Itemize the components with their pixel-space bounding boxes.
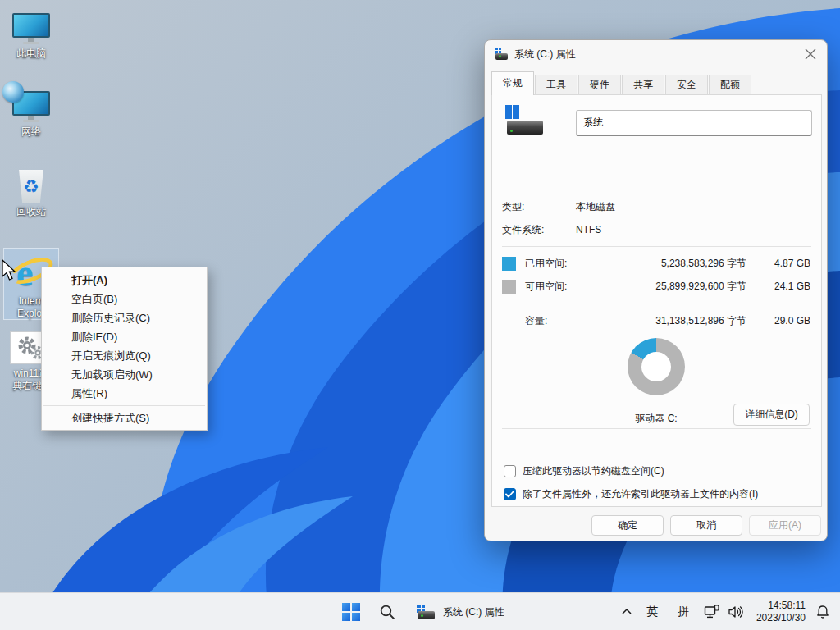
details-button[interactable]: 详细信息(D) <box>733 404 810 426</box>
used-space-bytes: 5,238,583,296 字节 <box>603 257 746 271</box>
tray-clock[interactable]: 14:58:11 2023/10/30 <box>756 593 806 630</box>
used-space-label: 已用空间: <box>525 257 603 271</box>
dialog-buttons: 确定 取消 应用(A) <box>485 515 821 536</box>
tray-volume-button[interactable] <box>724 593 746 630</box>
dialog-titlebar: 系统 (C:) 属性 <box>485 40 827 68</box>
menu-item-blank-page[interactable]: 空白页(B) <box>42 290 207 308</box>
ethernet-icon <box>704 605 720 619</box>
recycle-symbol-icon: ♻ <box>23 176 39 197</box>
volume-name-input[interactable] <box>576 110 812 136</box>
recycle-bin-icon: ♻ <box>0 167 62 206</box>
capacity-bytes: 31,138,512,896 字节 <box>603 314 746 328</box>
menu-item-delete-history[interactable]: 删除历史记录(C) <box>42 308 207 327</box>
start-button[interactable] <box>336 593 366 630</box>
tab-page-general: 类型: 本地磁盘 文件系统: NTFS 已用空间: 5,238,583,296 … <box>491 94 822 507</box>
capacity-size: 29.0 GB <box>746 315 810 326</box>
separator <box>502 246 811 247</box>
type-label: 类型: <box>502 200 576 214</box>
windows-logo-icon <box>342 603 360 621</box>
capacity-label: 容量: <box>525 314 603 328</box>
menu-item-delete-ie[interactable]: 删除IE(D) <box>42 327 207 346</box>
filesystem-value: NTFS <box>576 224 601 235</box>
desktop-icon-recycle-bin[interactable]: ♻ 回收站 <box>0 167 62 218</box>
free-space-swatch <box>502 280 516 294</box>
ie-context-menu: 打开(A) 空白页(B) 删除历史记录(C) 删除IE(D) 开启无痕浏览(Q)… <box>41 267 208 431</box>
cancel-button[interactable]: 取消 <box>670 515 742 536</box>
drive-properties-dialog: 系统 (C:) 属性 常规 工具 硬件 共享 安全 配额 类型: 本地磁盘 文件… <box>484 39 828 541</box>
desktop-icon-label: 此电脑 <box>0 48 62 60</box>
globe-icon <box>2 81 24 103</box>
tray-overflow-button[interactable] <box>615 593 638 630</box>
menu-item-open[interactable]: 打开(A) <box>42 271 207 290</box>
compress-checkbox[interactable] <box>504 465 516 477</box>
desktop-icon-label: 回收站 <box>0 206 62 218</box>
dialog-title: 系统 (C:) 属性 <box>514 48 576 62</box>
filesystem-label: 文件系统: <box>502 223 576 237</box>
taskbar-app-label: 系统 (C:) 属性 <box>443 605 504 619</box>
search-button[interactable] <box>372 593 402 630</box>
index-checkbox[interactable] <box>504 488 516 500</box>
tab-hardware[interactable]: 硬件 <box>578 75 621 95</box>
drive-icon-large <box>505 105 545 138</box>
network-icon <box>0 86 62 126</box>
check-icon <box>505 491 514 498</box>
free-space-bytes: 25,899,929,600 字节 <box>603 280 746 294</box>
apply-button[interactable]: 应用(A) <box>749 515 821 536</box>
index-checkbox-label: 除了文件属性外，还允许索引此驱动器上文件的内容(I) <box>523 487 758 501</box>
used-space-row: 已用空间: 5,238,583,296 字节 4.87 GB <box>502 254 815 272</box>
dialog-tab-strip: 常规 工具 硬件 共享 安全 配额 <box>491 74 752 95</box>
drive-icon <box>495 49 508 60</box>
separator <box>502 189 811 189</box>
bell-icon <box>815 605 830 619</box>
drive-icon <box>417 605 435 619</box>
free-space-size: 24.1 GB <box>746 281 810 292</box>
this-pc-icon <box>0 8 62 48</box>
filesystem-row: 文件系统: NTFS <box>502 221 815 238</box>
index-checkbox-row[interactable]: 除了文件属性外，还允许索引此驱动器上文件的内容(I) <box>504 487 758 501</box>
free-space-row: 可用空间: 25,899,929,600 字节 24.1 GB <box>502 277 815 295</box>
desktop-icon-label: 网络 <box>0 126 62 138</box>
mouse-cursor <box>0 259 16 282</box>
desktop-icon-network[interactable]: 网络 <box>0 86 62 138</box>
menu-item-properties[interactable]: 属性(R) <box>42 384 207 403</box>
type-row: 类型: 本地磁盘 <box>502 199 815 215</box>
used-space-swatch <box>502 257 516 271</box>
capacity-row: 容量: 31,138,512,896 字节 29.0 GB <box>502 312 815 330</box>
menu-item-inprivate[interactable]: 开启无痕浏览(Q) <box>42 346 207 365</box>
tray-language-indicator[interactable]: 英 <box>640 593 664 630</box>
used-space-size: 4.87 GB <box>746 258 810 269</box>
tray-time: 14:58:11 <box>768 600 806 612</box>
close-icon[interactable] <box>804 48 817 61</box>
tray-date: 2023/10/30 <box>756 612 806 624</box>
chevron-up-icon <box>621 606 632 618</box>
free-space-label: 可用空间: <box>525 280 603 294</box>
search-icon <box>379 604 395 620</box>
disk-usage-donut-chart <box>628 338 685 395</box>
menu-separator <box>43 405 205 406</box>
tray-network-button[interactable] <box>701 593 724 630</box>
tab-general[interactable]: 常规 <box>491 71 534 95</box>
compress-checkbox-row[interactable]: 压缩此驱动器以节约磁盘空间(C) <box>504 464 664 478</box>
type-value: 本地磁盘 <box>576 200 615 214</box>
tab-quota[interactable]: 配额 <box>709 75 751 95</box>
tab-tools[interactable]: 工具 <box>535 75 578 95</box>
menu-item-create-shortcut[interactable]: 创建快捷方式(S) <box>42 409 207 427</box>
tray-notifications-button[interactable] <box>810 593 835 630</box>
tray-ime-indicator[interactable]: 拼 <box>671 593 696 630</box>
desktop-icon-this-pc[interactable]: 此电脑 <box>0 8 62 60</box>
tab-security[interactable]: 安全 <box>665 75 708 95</box>
drive-caption: 驱动器 C: <box>591 412 722 426</box>
ok-button[interactable]: 确定 <box>591 515 664 536</box>
separator <box>502 428 811 429</box>
taskbar-app-drive-properties[interactable]: 系统 (C:) 属性 <box>409 596 513 628</box>
tab-sharing[interactable]: 共享 <box>622 75 664 95</box>
taskbar: 系统 (C:) 属性 英 拼 14:58:11 2023/10/30 <box>0 592 840 630</box>
menu-item-no-addons[interactable]: 无加载项启动(W) <box>42 365 207 384</box>
separator <box>502 304 811 304</box>
speaker-icon <box>728 605 743 619</box>
compress-checkbox-label: 压缩此驱动器以节约磁盘空间(C) <box>523 464 664 478</box>
